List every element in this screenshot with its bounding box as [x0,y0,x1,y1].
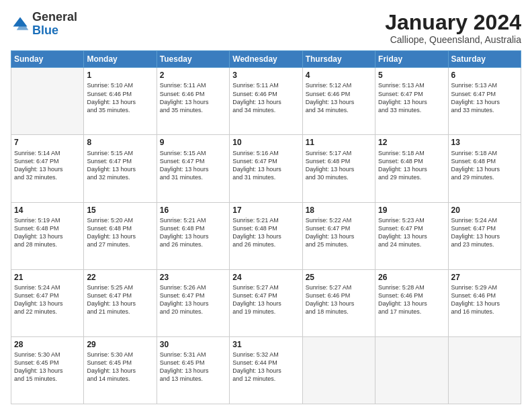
calendar-cell: 30Sunrise: 5:31 AM Sunset: 6:45 PM Dayli… [157,336,229,404]
day-header-tuesday: Tuesday [157,51,229,68]
calendar-cell: 26Sunrise: 5:28 AM Sunset: 6:46 PM Dayli… [375,269,448,336]
calendar-cell: 22Sunrise: 5:25 AM Sunset: 6:47 PM Dayli… [84,269,157,336]
cell-info: Sunrise: 5:29 AM Sunset: 6:46 PM Dayligh… [451,283,518,316]
calendar-cell: 14Sunrise: 5:19 AM Sunset: 6:48 PM Dayli… [11,202,84,269]
day-number: 16 [160,205,226,216]
page: General Blue January 2024 Calliope, Quee… [0,0,532,411]
day-number: 7 [14,137,81,148]
cell-info: Sunrise: 5:21 AM Sunset: 6:48 PM Dayligh… [232,216,299,249]
calendar-cell [302,336,375,404]
title-block: January 2024 Calliope, Queensland, Austr… [385,11,521,45]
cell-info: Sunrise: 5:13 AM Sunset: 6:47 PM Dayligh… [451,81,518,114]
day-number: 18 [306,205,372,216]
cell-info: Sunrise: 5:23 AM Sunset: 6:47 PM Dayligh… [378,216,445,249]
day-number: 2 [160,70,226,81]
cell-info: Sunrise: 5:25 AM Sunset: 6:47 PM Dayligh… [87,283,153,316]
cell-info: Sunrise: 5:19 AM Sunset: 6:48 PM Dayligh… [14,216,81,249]
day-number: 3 [232,70,299,81]
day-number: 13 [451,137,518,148]
calendar-cell: 1Sunrise: 5:10 AM Sunset: 6:46 PM Daylig… [84,68,157,135]
week-row-4: 28Sunrise: 5:30 AM Sunset: 6:45 PM Dayli… [11,336,521,404]
day-header-monday: Monday [84,51,157,68]
day-header-sunday: Sunday [11,51,84,68]
logo-general: General [32,10,77,24]
day-number: 15 [87,205,153,216]
cell-info: Sunrise: 5:11 AM Sunset: 6:46 PM Dayligh… [160,81,226,114]
day-number: 10 [232,137,299,148]
calendar-cell [11,68,84,135]
day-number: 19 [378,205,445,216]
cell-info: Sunrise: 5:27 AM Sunset: 6:47 PM Dayligh… [232,283,299,316]
cell-info: Sunrise: 5:17 AM Sunset: 6:48 PM Dayligh… [306,149,372,182]
calendar-header-row: SundayMondayTuesdayWednesdayThursdayFrid… [11,51,521,68]
location: Calliope, Queensland, Australia [385,34,521,45]
calendar-table: SundayMondayTuesdayWednesdayThursdayFrid… [11,50,521,404]
calendar-cell: 5Sunrise: 5:13 AM Sunset: 6:47 PM Daylig… [375,68,448,135]
calendar-cell: 19Sunrise: 5:23 AM Sunset: 6:47 PM Dayli… [375,202,448,269]
cell-info: Sunrise: 5:32 AM Sunset: 6:44 PM Dayligh… [232,351,299,383]
day-number: 9 [160,137,226,148]
calendar-cell: 13Sunrise: 5:18 AM Sunset: 6:48 PM Dayli… [448,135,521,202]
month-year: January 2024 [385,11,521,34]
day-header-friday: Friday [375,51,448,68]
day-number: 26 [378,272,445,283]
day-number: 8 [87,137,153,148]
logo-icon [11,15,30,34]
calendar-cell: 2Sunrise: 5:11 AM Sunset: 6:46 PM Daylig… [157,68,229,135]
calendar-cell: 27Sunrise: 5:29 AM Sunset: 6:46 PM Dayli… [448,269,521,336]
cell-info: Sunrise: 5:26 AM Sunset: 6:47 PM Dayligh… [160,283,226,316]
calendar-cell: 29Sunrise: 5:30 AM Sunset: 6:45 PM Dayli… [84,336,157,404]
calendar-cell: 10Sunrise: 5:16 AM Sunset: 6:47 PM Dayli… [230,135,302,202]
cell-info: Sunrise: 5:15 AM Sunset: 6:47 PM Dayligh… [87,149,153,182]
calendar-cell [448,336,521,404]
cell-info: Sunrise: 5:31 AM Sunset: 6:45 PM Dayligh… [160,351,226,383]
day-header-wednesday: Wednesday [230,51,302,68]
week-row-1: 7Sunrise: 5:14 AM Sunset: 6:47 PM Daylig… [11,135,521,202]
calendar-cell: 24Sunrise: 5:27 AM Sunset: 6:47 PM Dayli… [230,269,302,336]
cell-info: Sunrise: 5:28 AM Sunset: 6:46 PM Dayligh… [378,283,445,316]
calendar-cell: 16Sunrise: 5:21 AM Sunset: 6:48 PM Dayli… [157,202,229,269]
calendar-cell: 11Sunrise: 5:17 AM Sunset: 6:48 PM Dayli… [302,135,375,202]
cell-info: Sunrise: 5:13 AM Sunset: 6:47 PM Dayligh… [378,81,445,114]
calendar-cell: 20Sunrise: 5:24 AM Sunset: 6:47 PM Dayli… [448,202,521,269]
week-row-0: 1Sunrise: 5:10 AM Sunset: 6:46 PM Daylig… [11,68,521,135]
cell-info: Sunrise: 5:12 AM Sunset: 6:46 PM Dayligh… [306,81,372,114]
cell-info: Sunrise: 5:10 AM Sunset: 6:46 PM Dayligh… [87,81,153,114]
day-number: 1 [87,70,153,81]
day-number: 5 [378,70,445,81]
calendar-cell: 4Sunrise: 5:12 AM Sunset: 6:46 PM Daylig… [302,68,375,135]
cell-info: Sunrise: 5:15 AM Sunset: 6:47 PM Dayligh… [160,149,226,182]
cell-info: Sunrise: 5:18 AM Sunset: 6:48 PM Dayligh… [378,149,445,182]
cell-info: Sunrise: 5:30 AM Sunset: 6:45 PM Dayligh… [87,351,153,383]
day-number: 27 [451,272,518,283]
calendar-cell: 18Sunrise: 5:22 AM Sunset: 6:47 PM Dayli… [302,202,375,269]
day-number: 14 [14,205,81,216]
day-header-thursday: Thursday [302,51,375,68]
day-header-saturday: Saturday [448,51,521,68]
cell-info: Sunrise: 5:14 AM Sunset: 6:47 PM Dayligh… [14,149,81,182]
week-row-3: 21Sunrise: 5:24 AM Sunset: 6:47 PM Dayli… [11,269,521,336]
day-number: 21 [14,272,81,283]
day-number: 25 [306,272,372,283]
day-number: 23 [160,272,226,283]
calendar-cell: 6Sunrise: 5:13 AM Sunset: 6:47 PM Daylig… [448,68,521,135]
logo-blue: Blue [32,24,58,37]
day-number: 11 [306,137,372,148]
day-number: 20 [451,205,518,216]
day-number: 31 [232,339,299,350]
calendar-cell: 17Sunrise: 5:21 AM Sunset: 6:48 PM Dayli… [230,202,302,269]
day-number: 6 [451,70,518,81]
cell-info: Sunrise: 5:11 AM Sunset: 6:46 PM Dayligh… [232,81,299,114]
week-row-2: 14Sunrise: 5:19 AM Sunset: 6:48 PM Dayli… [11,202,521,269]
day-number: 22 [87,272,153,283]
calendar-cell: 8Sunrise: 5:15 AM Sunset: 6:47 PM Daylig… [84,135,157,202]
cell-info: Sunrise: 5:24 AM Sunset: 6:47 PM Dayligh… [14,283,81,316]
day-number: 30 [160,339,226,350]
cell-info: Sunrise: 5:24 AM Sunset: 6:47 PM Dayligh… [451,216,518,249]
calendar-cell: 31Sunrise: 5:32 AM Sunset: 6:44 PM Dayli… [230,336,302,404]
calendar-cell: 9Sunrise: 5:15 AM Sunset: 6:47 PM Daylig… [157,135,229,202]
calendar-cell: 3Sunrise: 5:11 AM Sunset: 6:46 PM Daylig… [230,68,302,135]
cell-info: Sunrise: 5:16 AM Sunset: 6:47 PM Dayligh… [232,149,299,182]
cell-info: Sunrise: 5:20 AM Sunset: 6:48 PM Dayligh… [87,216,153,249]
day-number: 24 [232,272,299,283]
